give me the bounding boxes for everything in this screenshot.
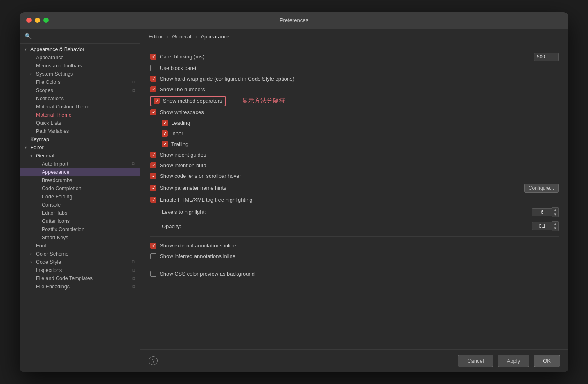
checkbox-caret-blinking[interactable] <box>150 54 156 60</box>
preferences-window: Preferences 🔍 ▾ Appearance & Behavior Ap… <box>20 12 568 372</box>
sidebar-item-inspections[interactable]: Inspections ⧉ <box>20 266 140 274</box>
sidebar-item-quick-lists[interactable]: Quick Lists <box>20 119 140 127</box>
label-show-line-numbers: Show line numbers <box>160 86 559 92</box>
checkbox-use-block-caret[interactable] <box>150 65 156 71</box>
sidebar-item-file-encodings[interactable]: File Encodings ⧉ <box>20 283 140 291</box>
copy-icon: ⧉ <box>132 284 135 289</box>
settings-panel: Caret blinking (ms): Use block caret Sho… <box>140 44 568 349</box>
label-opacity: Opacity: <box>162 223 529 229</box>
spinner-up-opacity[interactable]: ▲ <box>552 222 558 226</box>
window-controls <box>26 18 49 23</box>
close-button[interactable] <box>26 18 32 23</box>
checkbox-show-line-numbers[interactable] <box>150 86 156 92</box>
copy-icon: ⧉ <box>132 161 135 166</box>
sidebar-item-path-variables[interactable]: Path Variables <box>20 127 140 135</box>
configure-parameter-hints-button[interactable]: Configure... <box>524 184 559 193</box>
apply-button[interactable]: Apply <box>498 355 530 367</box>
checkbox-show-code-lens[interactable] <box>150 173 156 179</box>
sidebar-item-appearance-sub[interactable]: Appearance <box>20 168 140 176</box>
content-area: Editor › General › Appearance Caret blin… <box>140 29 568 372</box>
sidebar-item-code-folding[interactable]: Code Folding <box>20 193 140 201</box>
ok-button[interactable]: OK <box>534 355 560 367</box>
setting-show-code-lens: Show code lens on scrollbar hover <box>150 171 559 182</box>
sidebar-item-editor-tabs[interactable]: Editor Tabs <box>20 209 140 217</box>
checkbox-show-indent-guides[interactable] <box>150 152 156 158</box>
checkbox-show-hard-wrap[interactable] <box>150 76 156 82</box>
setting-opacity: Opacity: ▲ ▼ <box>150 219 559 233</box>
spinner-up-levels[interactable]: ▲ <box>552 208 558 212</box>
sidebar-item-appearance-behavior[interactable]: ▾ Appearance & Behavior <box>20 45 140 54</box>
sidebar-item-material-theme[interactable]: Material Theme <box>20 111 140 119</box>
setting-levels-highlight: Levels to highlight: ▲ ▼ <box>150 205 559 219</box>
sidebar-item-auto-import[interactable]: Auto Import ⧉ <box>20 160 140 168</box>
help-button[interactable]: ? <box>149 356 158 365</box>
checkbox-show-whitespaces[interactable] <box>150 109 156 115</box>
sidebar-item-console[interactable]: Console <box>20 201 140 209</box>
sidebar-item-notifications[interactable]: Notifications <box>20 94 140 103</box>
label-use-block-caret: Use block caret <box>160 65 559 71</box>
sidebar-item-editor[interactable]: ▾ Editor <box>20 144 140 152</box>
input-caret-blinking[interactable] <box>534 53 559 61</box>
sidebar-item-scopes[interactable]: Scopes ⧉ <box>20 86 140 94</box>
input-levels-highlight[interactable] <box>532 208 552 216</box>
titlebar: Preferences <box>20 12 568 29</box>
sidebar-item-menus-toolbars[interactable]: Menus and Toolbars <box>20 62 140 70</box>
spinner-down-opacity[interactable]: ▼ <box>552 226 558 231</box>
sidebar-item-appearance[interactable]: Appearance <box>20 54 140 62</box>
maximize-button[interactable] <box>43 18 49 23</box>
spinner-arrows-levels: ▲ ▼ <box>552 207 559 217</box>
setting-show-external-annotations: Show external annotations inline <box>150 240 559 251</box>
sidebar-item-breadcrumbs[interactable]: Breadcrumbs <box>20 176 140 184</box>
cancel-button[interactable]: Cancel <box>458 355 493 367</box>
checkbox-show-inferred-annotations[interactable] <box>150 253 156 259</box>
sidebar-item-file-code-templates[interactable]: File and Code Templates ⧉ <box>20 274 140 283</box>
sidebar-item-gutter-icons[interactable]: Gutter Icons <box>20 217 140 225</box>
spinner-down-levels[interactable]: ▼ <box>552 212 558 217</box>
sidebar-item-system-settings[interactable]: › System Settings <box>20 70 140 78</box>
checkbox-inner[interactable] <box>162 130 168 137</box>
label-show-intention-bulb: Show intention bulb <box>160 162 559 168</box>
input-opacity[interactable] <box>532 222 552 230</box>
copy-icon: ⧉ <box>132 259 135 265</box>
checkbox-trailing[interactable] <box>162 141 168 147</box>
sidebar-item-color-scheme[interactable]: › Color Scheme <box>20 250 140 258</box>
breadcrumb-current: Appearance <box>201 34 229 40</box>
checkbox-show-css-color-preview[interactable] <box>150 271 156 277</box>
minimize-button[interactable] <box>35 18 40 23</box>
label-trailing: Trailing <box>171 141 559 147</box>
setting-use-block-caret: Use block caret <box>150 63 559 74</box>
divider-2 <box>150 265 559 265</box>
checkbox-show-method-separators[interactable] <box>154 98 160 104</box>
copy-icon: ⧉ <box>132 276 135 281</box>
sidebar-item-code-completion[interactable]: Code Completion <box>20 184 140 193</box>
sidebar-item-material-custom-theme[interactable]: Material Custom Theme <box>20 103 140 111</box>
search-bar: 🔍 <box>20 29 140 44</box>
checkbox-leading[interactable] <box>162 120 168 126</box>
sidebar-item-smart-keys[interactable]: Smart Keys <box>20 234 140 242</box>
setting-leading: Leading <box>150 118 559 128</box>
sidebar-item-keymap[interactable]: Keymap <box>20 135 140 144</box>
window-title: Preferences <box>280 17 308 23</box>
label-levels-highlight: Levels to highlight: <box>162 209 529 215</box>
sidebar-tree: ▾ Appearance & Behavior Appearance Menus… <box>20 44 140 372</box>
divider-1 <box>150 236 559 237</box>
action-buttons: Cancel Apply OK <box>458 355 560 367</box>
spinner-arrows-opacity: ▲ ▼ <box>552 221 559 231</box>
checkbox-show-external-annotations[interactable] <box>150 243 156 249</box>
setting-show-method-separators: Show method separators <box>150 96 226 106</box>
sidebar-item-file-colors[interactable]: File Colors ⧉ <box>20 78 140 86</box>
copy-icon: ⧉ <box>132 267 135 273</box>
label-show-method-separators: Show method separators <box>163 98 222 104</box>
checkbox-show-parameter-hints[interactable] <box>150 185 156 191</box>
sidebar-item-font[interactable]: Font <box>20 242 140 250</box>
spinner-levels: ▲ ▼ <box>532 207 559 217</box>
breadcrumb-general: General <box>172 34 191 40</box>
breadcrumb-sep1: › <box>167 34 168 40</box>
sidebar-item-code-style[interactable]: › Code Style ⧉ <box>20 258 140 266</box>
sidebar-item-general[interactable]: ▾ General <box>20 152 140 160</box>
sidebar-item-postfix-completion[interactable]: Postfix Completion <box>20 225 140 234</box>
checkbox-show-intention-bulb[interactable] <box>150 162 156 168</box>
checkbox-enable-html-xml[interactable] <box>150 197 156 203</box>
setting-trailing: Trailing <box>150 139 559 150</box>
main-content: 🔍 ▾ Appearance & Behavior Appearance <box>20 29 568 372</box>
